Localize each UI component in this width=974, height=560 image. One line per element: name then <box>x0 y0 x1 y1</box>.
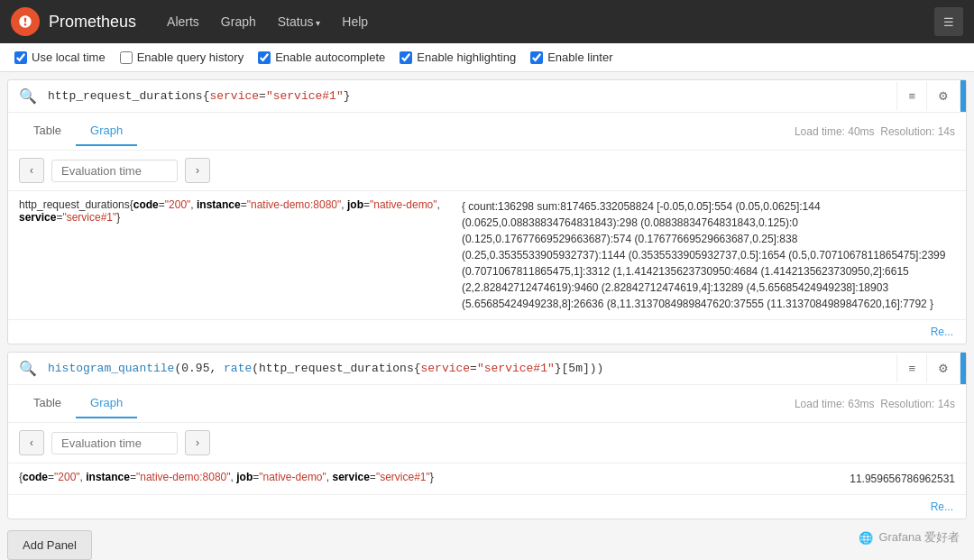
query-actions-1: ≡ ⚙ <box>896 82 960 110</box>
remove-row-1: Re... <box>8 319 966 344</box>
load-time-2: Load time: 63ms <box>795 398 875 410</box>
search-icon-2: 🔍 <box>8 360 48 377</box>
remove-button-2[interactable]: Re... <box>925 499 959 515</box>
execute-button-1[interactable] <box>960 80 966 112</box>
add-panel-row: Add Panel <box>0 519 974 560</box>
label-cell-2: {code="200", instance="native-demo:8080"… <box>8 464 750 494</box>
add-panel-button[interactable]: Add Panel <box>7 530 92 560</box>
prometheus-logo <box>11 7 40 36</box>
result-meta-1: Load time: 40ms Resolution: 14s <box>795 125 955 138</box>
enable-linter-checkbox[interactable]: Enable linter <box>530 50 612 64</box>
label-cell-1: http_request_durations{code="200", insta… <box>8 191 451 319</box>
value-cell-2: 11.959656786962531 <box>750 464 966 494</box>
tab-graph-1[interactable]: Graph <box>76 116 137 146</box>
query-input-2[interactable]: histogram_quantile(0.95, rate(http_reque… <box>48 353 896 384</box>
panel-1-container: 🔍 http_request_durations{service="servic… <box>7 79 967 344</box>
format-button-1[interactable]: ≡ <box>897 82 927 110</box>
panel-2: 🔍 histogram_quantile(0.95, rate(http_req… <box>7 352 967 519</box>
tab-graph-2[interactable]: Graph <box>76 389 137 418</box>
format-button-2[interactable]: ≡ <box>897 354 927 382</box>
nav-status[interactable]: Status <box>269 11 329 32</box>
logo-icon <box>16 13 34 31</box>
search-icon-1: 🔍 <box>8 87 48 105</box>
nav-links: Alerts Graph Status Help <box>158 11 377 32</box>
remove-row-2: Re... <box>8 494 966 519</box>
enable-highlighting-checkbox[interactable]: Enable highlighting <box>400 50 516 64</box>
eval-prev-2[interactable]: ‹ <box>19 430 44 455</box>
result-tabs-1: Table Graph <box>19 116 137 146</box>
eval-row-2: ‹ › <box>8 423 966 464</box>
nav-graph[interactable]: Graph <box>212 11 265 32</box>
navbar-menu-icon[interactable]: ☰ <box>934 7 963 36</box>
value-cell-1: { count:136298 sum:817465.332058824 [-0.… <box>451 191 966 319</box>
tab-table-1[interactable]: Table <box>19 116 76 146</box>
data-table-1: http_request_durations{code="200", insta… <box>8 191 966 319</box>
result-header-2: Table Graph Load time: 63ms Resolution: … <box>8 385 966 423</box>
eval-row-1: ‹ › <box>8 151 966 191</box>
enable-autocomplete-checkbox[interactable]: Enable autocomplete <box>258 50 385 64</box>
panel-2-container: 🔍 histogram_quantile(0.95, rate(http_req… <box>7 352 967 519</box>
resolution-1: Resolution: 14s <box>880 125 955 138</box>
settings-button-2[interactable]: ⚙ <box>927 354 960 382</box>
table-row: http_request_durations{code="200", insta… <box>8 191 966 319</box>
resolution-2: Resolution: 14s <box>880 398 955 410</box>
panel-1: 🔍 http_request_durations{service="servic… <box>7 79 967 344</box>
app-title: Prometheus <box>49 13 136 32</box>
remove-button-1[interactable]: Re... <box>925 324 959 340</box>
result-meta-2: Load time: 63ms Resolution: 14s <box>795 398 955 410</box>
eval-prev-1[interactable]: ‹ <box>19 158 44 183</box>
query-input-1[interactable]: http_request_durations{service="service#… <box>48 80 896 112</box>
query-input-row-2: 🔍 histogram_quantile(0.95, rate(http_req… <box>8 353 966 385</box>
query-input-row-1: 🔍 http_request_durations{service="servic… <box>8 80 966 113</box>
result-header-1: Table Graph Load time: 40ms Resolution: … <box>8 113 966 151</box>
nav-alerts[interactable]: Alerts <box>158 11 208 32</box>
use-local-time-checkbox[interactable]: Use local time <box>14 50 106 64</box>
result-tabs-2: Table Graph <box>19 389 137 418</box>
execute-button-2[interactable] <box>960 353 966 384</box>
nav-help[interactable]: Help <box>333 11 377 32</box>
query-actions-2: ≡ ⚙ <box>896 354 960 382</box>
data-table-2: {code="200", instance="native-demo:8080"… <box>8 464 966 494</box>
eval-next-1[interactable]: › <box>185 158 210 183</box>
eval-next-2[interactable]: › <box>185 430 210 455</box>
load-time-1: Load time: 40ms <box>795 125 875 138</box>
settings-button-1[interactable]: ⚙ <box>927 82 960 110</box>
navbar: Prometheus Alerts Graph Status Help ☰ <box>0 0 974 43</box>
eval-time-input-1[interactable] <box>51 160 178 182</box>
table-row: {code="200", instance="native-demo:8080"… <box>8 464 966 494</box>
enable-query-history-checkbox[interactable]: Enable query history <box>120 50 244 64</box>
eval-time-input-2[interactable] <box>51 432 178 454</box>
toolbar: Use local time Enable query history Enab… <box>0 43 974 72</box>
tab-table-2[interactable]: Table <box>19 389 76 418</box>
